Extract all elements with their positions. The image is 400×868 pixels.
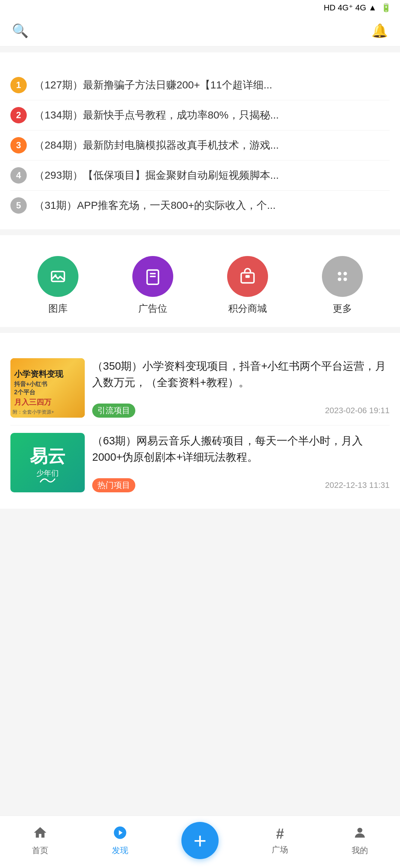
rank-item[interactable]: 3 （284期）最新防封电脑模拟器改真手机技术，游戏... (10, 130, 390, 161)
article-tag-1: 热门项目 (92, 478, 135, 492)
article-meta-1: 热门项目 2022-12-13 11:31 (92, 478, 390, 492)
article-item[interactable]: 小学资料变现 抖音+小红书 2个平台 月入三四万 附：全套小学资源+ （350期… (10, 351, 390, 425)
main-content: 1 （127期）最新撸骗子方法日赚200+【11个超详细... 2 （134期）… (0, 52, 400, 568)
rank-text-5: （31期）APP推客充场，一天800+的实际收入，个... (34, 198, 390, 213)
rank-item[interactable]: 1 （127期）最新撸骗子方法日赚200+【11个超详细... (10, 70, 390, 100)
battery-icon: 🔋 (381, 3, 391, 13)
header: 🔍 🔔 (0, 16, 400, 46)
rank-item[interactable]: 4 （293期）【低保项目】掘金聚财自动刷短视频脚本... (10, 161, 390, 191)
tool-label-1: 广告位 (138, 302, 167, 315)
tool-label-0: 图库 (48, 302, 68, 315)
rank-badge-4: 4 (10, 167, 27, 184)
article-content-0: （350期）小学资料变现项目，抖音+小红书两个平台运营，月入数万元，（全套资料+… (92, 358, 390, 418)
rank-item[interactable]: 5 （31期）APP推客充场，一天800+的实际收入，个... (10, 191, 390, 220)
rank-badge-3: 3 (10, 137, 27, 153)
article-list: 小学资料变现 抖音+小红书 2个平台 月入三四万 附：全套小学资源+ （350期… (10, 351, 390, 500)
wifi-icon: ▲ (368, 3, 377, 13)
svg-point-10 (343, 278, 347, 281)
search-icon[interactable]: 🔍 (12, 23, 29, 39)
status-bar: HD 4G⁺ 4G ▲ 🔋 (0, 0, 400, 16)
tools-grid: 图库 广告位 积分商城 更多 (10, 253, 390, 318)
rank-list: 1 （127期）最新撸骗子方法日赚200+【11个超详细... 2 （134期）… (10, 70, 390, 220)
status-icons: HD 4G⁺ 4G ▲ 🔋 (324, 3, 391, 13)
article-title-0: （350期）小学资料变现项目，抖音+小红书两个平台运营，月入数万元，（全套资料+… (92, 358, 390, 391)
rank-badge-2: 2 (10, 107, 27, 123)
article-thumb-1: 易云 少年们 (10, 433, 85, 492)
signal-4g-icon: 4G⁺ (338, 3, 353, 13)
svg-point-7 (338, 272, 341, 276)
article-thumb-0: 小学资料变现 抖音+小红书 2个平台 月入三四万 附：全套小学资源+ (10, 358, 85, 418)
ranking-section: 1 （127期）最新撸骗子方法日赚200+【11个超详细... 2 （134期）… (0, 52, 400, 229)
article-tag-0: 引流项目 (92, 404, 135, 418)
signal-4g2-icon: 4G (355, 3, 366, 13)
article-meta-0: 引流项目 2023-02-06 19:11 (92, 404, 390, 418)
hd-icon: HD (324, 3, 336, 13)
rank-text-4: （293期）【低保项目】掘金聚财自动刷短视频脚本... (34, 168, 390, 182)
tool-icon-3 (322, 256, 363, 297)
tool-item-1[interactable]: 广告位 (132, 256, 173, 315)
rank-text-1: （127期）最新撸骗子方法日赚200+【11个超详细... (34, 78, 390, 92)
notification-icon[interactable]: 🔔 (371, 23, 388, 39)
article-date-1: 2022-12-13 11:31 (325, 480, 390, 490)
tool-label-2: 积分商城 (228, 302, 267, 315)
svg-point-9 (338, 278, 341, 281)
tool-item-0[interactable]: 图库 (38, 256, 78, 315)
rank-item[interactable]: 2 （134期）最新快手点号教程，成功率80%，只揭秘... (10, 100, 390, 130)
tool-icon-0 (38, 256, 78, 297)
rank-badge-5: 5 (10, 197, 27, 214)
svg-point-8 (343, 272, 347, 276)
rank-text-2: （134期）最新快手点号教程，成功率80%，只揭秘... (34, 108, 390, 122)
article-content-1: （63期）网易云音乐人搬砖项目，每天一个半小时，月入2000+伪原创剧本+详细玩… (92, 433, 390, 492)
articles-section: 小学资料变现 抖音+小红书 2个平台 月入三四万 附：全套小学资源+ （350期… (0, 333, 400, 509)
rank-text-3: （284期）最新防封电脑模拟器改真手机技术，游戏... (34, 138, 390, 152)
article-item[interactable]: 易云 少年们 （63期）网易云音乐人搬砖项目，每天一个半小时，月入2000+伪原… (10, 425, 390, 500)
tool-icon-2 (227, 256, 268, 297)
tool-item-3[interactable]: 更多 (322, 256, 363, 315)
svg-rect-6 (245, 275, 250, 278)
svg-rect-5 (241, 273, 254, 283)
article-date-0: 2023-02-06 19:11 (325, 406, 390, 415)
tools-section: 图库 广告位 积分商城 更多 (0, 235, 400, 327)
tool-label-3: 更多 (333, 302, 352, 315)
tool-icon-1 (132, 256, 173, 297)
rank-badge-1: 1 (10, 77, 27, 93)
article-title-1: （63期）网易云音乐人搬砖项目，每天一个半小时，月入2000+伪原创剧本+详细玩… (92, 433, 390, 465)
tool-item-2[interactable]: 积分商城 (227, 256, 268, 315)
